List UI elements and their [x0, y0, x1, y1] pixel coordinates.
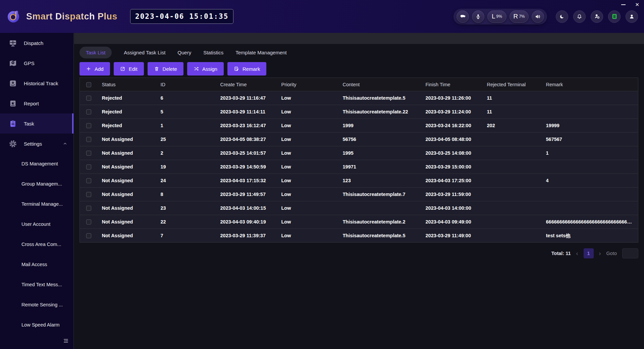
tab-task-list[interactable]: Task List — [79, 47, 112, 58]
left-volume-button[interactable]: L 9% — [487, 10, 506, 23]
cell-content: Thisisautocreatetemplate.7 — [343, 192, 418, 197]
table-row[interactable]: Not Assigned242023-04-03 17:15:32Low1232… — [80, 174, 638, 188]
assign-button-label: Assign — [202, 66, 217, 72]
sidebar-item-terminal-management[interactable]: Terminal Manage... — [0, 194, 73, 214]
minimize-icon[interactable] — [621, 4, 626, 5]
tab-statistics[interactable]: Statistics — [203, 47, 223, 58]
tab-assigned-task-list[interactable]: Assigned Task List — [124, 47, 165, 58]
column-header-remark: Remark — [542, 78, 638, 91]
speaker-icon — [535, 13, 541, 20]
sidebar-item-remote-sensing[interactable]: Remote Sensing ... — [0, 295, 73, 315]
sidebar-item-low-speed-alarm[interactable]: Low Speed Alarm — [0, 315, 73, 335]
task-table-body: Rejected62023-03-29 11:16:47LowThisisaut… — [80, 91, 638, 243]
sidebar-item-settings[interactable]: Settings — [0, 134, 73, 154]
cell-remark: 19999 — [546, 123, 634, 128]
sub-item-label: Timed Text Mess... — [21, 282, 62, 287]
table-row[interactable]: Rejected12023-03-23 16:12:47Low19992023-… — [80, 119, 638, 133]
sidebar-item-mail-access[interactable]: Mail Access — [0, 254, 73, 275]
sidebar-collapse-button[interactable] — [63, 338, 69, 345]
sidebar-item-cross-area-com[interactable]: Cross Area Com... — [0, 234, 73, 254]
delete-icon — [154, 66, 159, 71]
sidebar-item-dispatch[interactable]: Dispatch — [0, 33, 73, 53]
sidebar-item-timed-text-message[interactable]: Timed Text Mess... — [0, 275, 73, 295]
sidebar-item-label: Settings — [24, 141, 42, 147]
row-checkbox[interactable] — [86, 178, 91, 183]
cell-id: 22 — [161, 219, 212, 225]
table-row[interactable]: Not Assigned72023-03-29 11:39:37LowThisi… — [80, 229, 638, 243]
cell-id: 7 — [161, 233, 212, 238]
notifications-button[interactable] — [573, 10, 586, 23]
next-page-icon[interactable]: › — [599, 250, 601, 256]
chat-button[interactable] — [457, 10, 469, 23]
sidebar-item-gps[interactable]: GPS — [0, 53, 73, 73]
row-checkbox[interactable] — [86, 233, 91, 238]
row-checkbox[interactable] — [86, 164, 91, 169]
sidebar-item-group-management[interactable]: Group Managem... — [0, 174, 73, 194]
microphone-button[interactable] — [472, 10, 484, 23]
sidebar-item-ds-management[interactable]: DS Management — [0, 154, 73, 174]
goto-label: Goto — [606, 251, 617, 256]
row-checkbox-cell — [80, 201, 98, 215]
remark-button-label: Remark — [243, 66, 260, 72]
historical-track-icon — [9, 79, 17, 88]
cell-content: 1995 — [343, 150, 418, 156]
page-number[interactable]: 1 — [584, 248, 594, 258]
assign-button[interactable]: Assign — [187, 62, 224, 76]
dark-mode-button[interactable] — [556, 10, 568, 23]
tab-query[interactable]: Query — [177, 47, 191, 58]
sidebar-item-user-account[interactable]: User Account — [0, 214, 73, 234]
sidebar-item-report[interactable]: Report — [0, 93, 73, 113]
table-row[interactable]: Not Assigned82023-03-29 11:49:57LowThisi… — [80, 188, 638, 201]
cell-status: Rejected — [102, 95, 153, 101]
add-button[interactable]: Add — [79, 62, 110, 76]
column-header-id: ID — [157, 78, 216, 91]
row-checkbox[interactable] — [86, 109, 91, 114]
row-checkbox-cell — [80, 119, 98, 133]
app-title: Smart Dispatch Plus — [26, 11, 117, 22]
cell-finish-time: 2023-03-29 15:00:00 — [426, 164, 479, 169]
table-row[interactable]: Not Assigned22023-03-25 14:01:57Low19952… — [80, 146, 638, 160]
edit-button[interactable]: Edit — [114, 62, 144, 76]
table-row[interactable]: Not Assigned232023-04-03 14:00:15Low2023… — [80, 201, 638, 215]
tab-template-management[interactable]: Template Management — [235, 47, 287, 58]
cell-content: Thisisautocreatetemplate.2 — [343, 219, 418, 225]
app-logo — [7, 8, 21, 24]
user-management-button[interactable] — [591, 10, 603, 23]
table-row[interactable]: Not Assigned192023-03-29 14:50:59Low1997… — [80, 160, 638, 174]
delete-button-label: Delete — [163, 66, 177, 72]
remark-button[interactable]: Remark — [227, 62, 267, 76]
select-all-cell — [80, 78, 98, 91]
main-panel: Task List Assigned Task List Query Stati… — [74, 44, 644, 349]
row-checkbox[interactable] — [86, 123, 91, 128]
goto-page-input[interactable] — [622, 248, 638, 258]
row-checkbox[interactable] — [86, 219, 91, 225]
table-row[interactable]: Not Assigned222023-04-03 09:40:19LowThis… — [80, 215, 638, 229]
table-row[interactable]: Rejected52023-03-29 11:14:11LowThisisaut… — [80, 105, 638, 119]
column-header-create-time: Create Time — [216, 78, 277, 91]
sidebar-item-historical-track[interactable]: Historical Track — [0, 73, 73, 93]
sidebar-item-task[interactable]: Task — [0, 113, 73, 134]
delete-button[interactable]: Delete — [148, 62, 183, 76]
table-row[interactable]: Rejected62023-03-29 11:16:47LowThisisaut… — [80, 91, 638, 105]
edit-button-label: Edit — [129, 66, 138, 72]
prev-page-icon[interactable]: ‹ — [576, 250, 578, 256]
row-checkbox[interactable] — [86, 206, 91, 211]
cell-priority: Low — [281, 192, 335, 197]
sub-item-label: User Account — [21, 221, 50, 227]
row-checkbox[interactable] — [86, 96, 91, 101]
row-checkbox[interactable] — [86, 192, 91, 197]
log-list-button[interactable] — [608, 10, 621, 23]
add-button-label: Add — [95, 66, 104, 72]
speaker-button[interactable] — [532, 10, 544, 23]
select-all-checkbox[interactable] — [86, 82, 91, 87]
cell-finish-time: 2023-04-03 17:25:00 — [426, 178, 479, 183]
profile-button[interactable] — [626, 10, 638, 23]
close-icon[interactable]: ✕ — [635, 2, 639, 7]
row-checkbox[interactable] — [86, 151, 91, 156]
right-volume-button[interactable]: R 7% — [509, 10, 529, 23]
sidebar-item-label: Report — [24, 101, 39, 106]
cell-finish-time: 2023-03-29 11:49:00 — [426, 233, 479, 238]
cell-id: 25 — [161, 137, 212, 142]
table-row[interactable]: Not Assigned252023-04-05 08:38:27Low5675… — [80, 133, 638, 146]
row-checkbox[interactable] — [86, 137, 91, 142]
